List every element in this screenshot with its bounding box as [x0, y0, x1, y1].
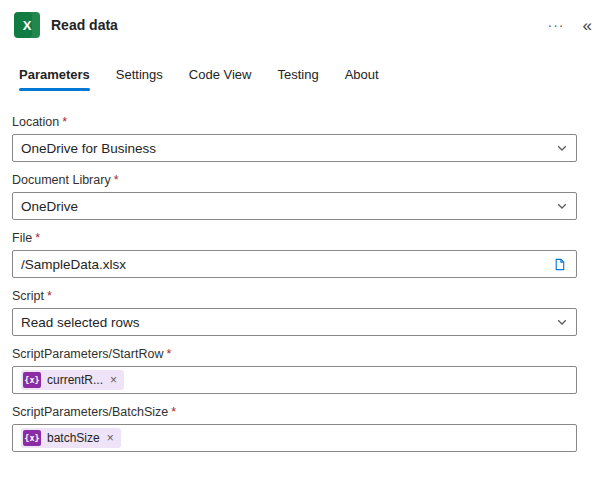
close-icon[interactable]: × [107, 432, 114, 444]
field-label-text: ScriptParameters/StartRow [12, 347, 163, 361]
chevron-down-icon [556, 200, 568, 212]
excel-icon: X [14, 12, 40, 38]
tab-parameters[interactable]: Parameters [9, 60, 100, 91]
startrow-input[interactable]: {x} currentR... × [12, 366, 577, 394]
field-label-text: File [12, 231, 32, 245]
required-marker: * [114, 173, 119, 187]
collapse-panel-button[interactable]: « [581, 15, 594, 36]
file-input[interactable]: /SampleData.xlsx [12, 250, 577, 278]
field-label: ScriptParameters/StartRow* [12, 347, 577, 361]
field-label: Script* [12, 289, 577, 303]
document-library-value: OneDrive [21, 199, 548, 214]
token-text: batchSize [47, 431, 100, 445]
close-icon[interactable]: × [110, 374, 117, 386]
more-options-button[interactable]: ··· [546, 16, 567, 34]
required-marker: * [166, 347, 171, 361]
batchsize-input[interactable]: {x} batchSize × [12, 424, 577, 452]
field-document-library: Document Library* OneDrive [12, 173, 577, 220]
location-value: OneDrive for Business [21, 141, 548, 156]
parameters-form: Location* OneDrive for Business Document… [0, 91, 610, 452]
field-label-text: Document Library [12, 173, 111, 187]
field-label-text: ScriptParameters/BatchSize [12, 405, 168, 419]
file-value: /SampleData.xlsx [21, 257, 543, 272]
field-file: File* /SampleData.xlsx [12, 231, 577, 278]
startrow-token-chip[interactable]: {x} currentR... × [21, 370, 124, 390]
action-title: Read data [51, 17, 118, 33]
tab-testing[interactable]: Testing [267, 60, 328, 91]
required-marker: * [62, 115, 67, 129]
required-marker: * [47, 289, 52, 303]
tab-code-view[interactable]: Code View [179, 60, 262, 91]
script-value: Read selected rows [21, 315, 548, 330]
dynamic-content-icon: {x} [23, 372, 41, 388]
field-location: Location* OneDrive for Business [12, 115, 577, 162]
script-dropdown[interactable]: Read selected rows [12, 308, 577, 336]
field-label-text: Script [12, 289, 44, 303]
required-marker: * [35, 231, 40, 245]
token-text: currentR... [47, 373, 103, 387]
location-dropdown[interactable]: OneDrive for Business [12, 134, 577, 162]
file-picker-icon[interactable] [551, 256, 568, 273]
field-label-text: Location [12, 115, 59, 129]
field-startrow: ScriptParameters/StartRow* {x} currentR.… [12, 347, 577, 394]
action-config-panel: X Read data ··· « Parameters Settings Co… [0, 0, 610, 480]
batchsize-token-chip[interactable]: {x} batchSize × [21, 428, 121, 448]
chevron-down-icon [556, 142, 568, 154]
field-label: File* [12, 231, 577, 245]
chevron-down-icon [556, 316, 568, 328]
header-actions: ··· « [546, 15, 594, 36]
field-label: ScriptParameters/BatchSize* [12, 405, 577, 419]
excel-icon-letter: X [23, 18, 32, 33]
tab-about[interactable]: About [335, 60, 389, 91]
tab-bar: Parameters Settings Code View Testing Ab… [0, 60, 610, 91]
document-library-dropdown[interactable]: OneDrive [12, 192, 577, 220]
field-batchsize: ScriptParameters/BatchSize* {x} batchSiz… [12, 405, 577, 452]
field-label: Location* [12, 115, 577, 129]
dynamic-content-icon: {x} [23, 430, 41, 446]
tab-settings[interactable]: Settings [106, 60, 173, 91]
field-script: Script* Read selected rows [12, 289, 577, 336]
field-label: Document Library* [12, 173, 577, 187]
panel-header: X Read data ··· « [0, 0, 610, 46]
required-marker: * [171, 405, 176, 419]
